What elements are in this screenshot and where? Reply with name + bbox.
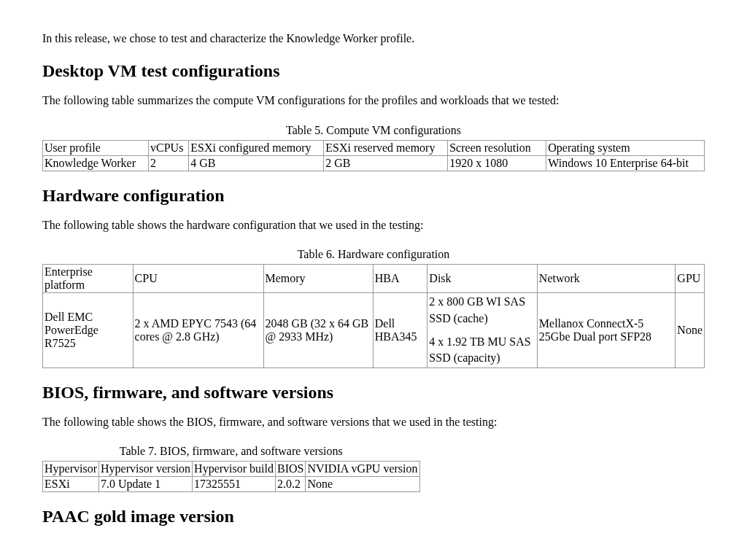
heading-bios: BIOS, firmware, and software versions (42, 383, 705, 402)
td-gpu: None (676, 293, 705, 368)
table-bios: Table 7. BIOS, firmware, and software ve… (42, 442, 420, 492)
th-memory: Memory (263, 265, 373, 293)
disk-line-1: 2 x 800 GB WI SAS SSD (cache) (429, 294, 535, 327)
table-row: ESXi 7.0 Update 1 17325551 2.0.2 None (43, 477, 420, 492)
td-hba: Dell HBA345 (373, 293, 427, 368)
td-os: Windows 10 Enterprise 64-bit (546, 155, 705, 171)
th-user-profile: User profile (43, 140, 149, 155)
caption-compute-vm: Table 5. Compute VM configurations (42, 121, 705, 140)
th-vgpu: NVIDIA vGPU version (306, 462, 419, 477)
th-esxi-reserved: ESXi reserved memory (324, 140, 448, 155)
th-bios: BIOS (275, 462, 305, 477)
intro-paragraph: In this release, we chose to test and ch… (42, 31, 705, 47)
td-platform: Dell EMC PowerEdge R7525 (43, 293, 133, 368)
table-hardware: Table 6. Hardware configuration Enterpri… (42, 245, 705, 368)
disk-line-2: 4 x 1.92 TB MU SAS SSD (capacity) (429, 334, 535, 367)
table-header-row: User profile vCPUs ESXi configured memor… (43, 140, 705, 155)
td-hypervisor: ESXi (43, 477, 99, 492)
para-bios: The following table shows the BIOS, firm… (42, 414, 705, 430)
td-disk: 2 x 800 GB WI SAS SSD (cache) 4 x 1.92 T… (427, 293, 537, 368)
th-esxi-configured: ESXi configured memory (189, 140, 324, 155)
table-row: Knowledge Worker 2 4 GB 2 GB 1920 x 1080… (43, 155, 705, 171)
th-hba: HBA (373, 265, 427, 293)
td-network: Mellanox ConnectX-5 25Gbe Dual port SFP2… (537, 293, 676, 368)
td-hv-build: 17325551 (193, 477, 276, 492)
table-compute-vm: Table 5. Compute VM configurations User … (42, 121, 705, 171)
heading-desktop-vm: Desktop VM test configurations (42, 61, 705, 81)
caption-bios: Table 7. BIOS, firmware, and software ve… (42, 442, 420, 461)
td-hv-version: 7.0 Update 1 (98, 477, 192, 492)
table-header-row: Hypervisor Hypervisor version Hypervisor… (43, 462, 420, 477)
th-cpu: CPU (133, 265, 263, 293)
para-desktop-vm: The following table summarizes the compu… (42, 93, 705, 109)
heading-paac: PAAC gold image version (42, 507, 705, 526)
heading-hardware: Hardware configuration (42, 186, 705, 206)
td-vgpu: None (306, 477, 419, 492)
td-bios: 2.0.2 (275, 477, 305, 492)
td-esxi-reserved: 2 GB (324, 155, 448, 171)
th-hypervisor: Hypervisor (43, 462, 99, 477)
td-esxi-configured: 4 GB (189, 155, 324, 171)
td-cpu: 2 x AMD EPYC 7543 (64 cores @ 2.8 GHz) (133, 293, 263, 368)
caption-hardware: Table 6. Hardware configuration (42, 245, 705, 264)
table-header-row: Enterprise platform CPU Memory HBA Disk … (43, 265, 705, 293)
th-platform: Enterprise platform (43, 265, 133, 293)
th-hv-build: Hypervisor build (193, 462, 276, 477)
th-screen-res: Screen resolution (448, 140, 546, 155)
th-gpu: GPU (676, 265, 705, 293)
th-os: Operating system (546, 140, 705, 155)
th-hv-version: Hypervisor version (98, 462, 192, 477)
para-hardware: The following table shows the hardware c… (42, 217, 705, 233)
td-vcpus: 2 (149, 155, 189, 171)
td-user-profile: Knowledge Worker (43, 155, 149, 171)
th-disk: Disk (427, 265, 537, 293)
th-vcpus: vCPUs (149, 140, 189, 155)
td-memory: 2048 GB (32 x 64 GB @ 2933 MHz) (263, 293, 373, 368)
td-screen-res: 1920 x 1080 (448, 155, 546, 171)
table-row: Dell EMC PowerEdge R7525 2 x AMD EPYC 75… (43, 293, 705, 368)
th-network: Network (537, 265, 676, 293)
